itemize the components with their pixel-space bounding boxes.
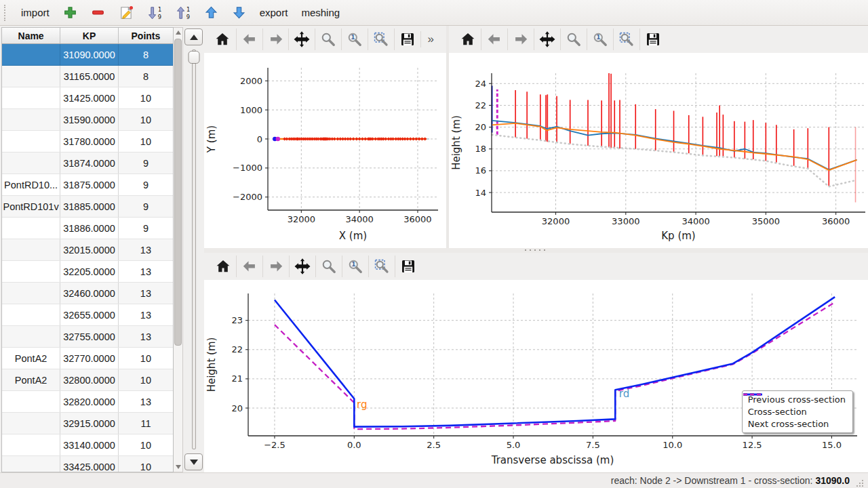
forward-button[interactable] bbox=[507, 28, 534, 50]
cell-name[interactable] bbox=[2, 87, 60, 109]
table-row[interactable]: 33140.000010 bbox=[2, 434, 173, 456]
sort-ascending-button[interactable]: 19 bbox=[170, 3, 197, 23]
pan-button[interactable] bbox=[534, 28, 560, 50]
zoom-select-button[interactable]: 1 bbox=[587, 28, 613, 50]
cell-name[interactable]: PontA2 bbox=[2, 348, 60, 369]
back-button[interactable] bbox=[236, 256, 262, 277]
edit-button[interactable] bbox=[113, 3, 140, 23]
zoom-button[interactable] bbox=[560, 28, 587, 50]
cell-points[interactable]: 10 bbox=[118, 456, 173, 473]
scrollbar-up-icon[interactable] bbox=[176, 30, 181, 35]
scrollbar-down-icon[interactable] bbox=[176, 465, 181, 469]
section-up-button[interactable] bbox=[184, 28, 203, 45]
cell-name[interactable] bbox=[2, 391, 60, 413]
slider-thumb[interactable] bbox=[188, 51, 199, 64]
cell-name[interactable] bbox=[2, 66, 60, 87]
resize-grip-icon[interactable] bbox=[855, 479, 864, 487]
back-button[interactable] bbox=[481, 28, 507, 50]
table-row[interactable]: 32655.000013 bbox=[2, 304, 173, 326]
cell-kp[interactable]: 31875.0000 bbox=[60, 174, 119, 196]
table-scrollbar[interactable] bbox=[174, 27, 183, 472]
cell-kp[interactable]: 32205.0000 bbox=[60, 261, 119, 283]
cell-name[interactable] bbox=[2, 434, 60, 456]
export-button[interactable]: export bbox=[254, 3, 294, 23]
home-button[interactable] bbox=[210, 28, 236, 50]
cell-points[interactable]: 13 bbox=[118, 304, 173, 326]
cross-section-table[interactable]: Name KP Points 31090.0000831165.00008314… bbox=[2, 28, 173, 472]
table-row[interactable]: 32915.000011 bbox=[2, 413, 173, 434]
table-row[interactable]: 32820.000013 bbox=[2, 391, 173, 413]
toolbar-drag-handle[interactable] bbox=[4, 5, 9, 21]
cell-points[interactable]: 9 bbox=[118, 196, 173, 218]
table-row[interactable]: 31165.00008 bbox=[2, 66, 173, 87]
cell-name[interactable] bbox=[2, 152, 60, 174]
cell-points[interactable]: 9 bbox=[118, 152, 173, 174]
table-row[interactable]: 31780.000010 bbox=[2, 131, 173, 152]
cell-name[interactable] bbox=[2, 304, 60, 326]
table-row[interactable]: 31874.00009 bbox=[2, 152, 173, 174]
cell-points[interactable]: 9 bbox=[118, 174, 173, 196]
zoom-select-button[interactable]: 1 bbox=[342, 256, 368, 277]
cell-name[interactable] bbox=[2, 413, 60, 434]
cell-name[interactable]: PontRD101v bbox=[2, 196, 60, 218]
cell-points[interactable]: 13 bbox=[118, 391, 173, 413]
zoom-rect-button[interactable] bbox=[613, 28, 639, 50]
table-row[interactable]: 31090.00008 bbox=[2, 44, 173, 66]
cell-kp[interactable]: 32770.0000 bbox=[60, 348, 119, 369]
home-button[interactable] bbox=[454, 28, 481, 50]
move-up-button[interactable] bbox=[198, 3, 224, 23]
save-button[interactable] bbox=[394, 28, 420, 50]
cell-kp[interactable]: 31590.0000 bbox=[60, 109, 119, 131]
cell-points[interactable]: 10 bbox=[118, 434, 173, 456]
section-slider[interactable] bbox=[183, 48, 204, 451]
cell-points[interactable]: 10 bbox=[118, 109, 173, 131]
zoom-rect-button[interactable] bbox=[368, 28, 394, 50]
cell-points[interactable]: 9 bbox=[118, 218, 173, 239]
cell-kp[interactable]: 33140.0000 bbox=[60, 434, 119, 456]
save-button[interactable] bbox=[395, 256, 421, 277]
cell-name[interactable] bbox=[2, 283, 60, 304]
zoom-button[interactable] bbox=[315, 256, 342, 277]
cell-name[interactable] bbox=[2, 239, 60, 261]
zoom-rect-button[interactable] bbox=[368, 256, 395, 277]
cell-points[interactable]: 11 bbox=[118, 413, 173, 434]
cell-kp[interactable]: 31425.0000 bbox=[60, 87, 119, 109]
table-row[interactable]: 31590.000010 bbox=[2, 109, 173, 131]
longitudinal-profile-canvas[interactable]: 3200033000340003500036000141618202224Kp … bbox=[449, 53, 868, 248]
cell-kp[interactable]: 33425.0000 bbox=[60, 456, 119, 473]
remove-cross-section-button[interactable] bbox=[85, 3, 111, 23]
cell-name[interactable]: PontRD10... bbox=[2, 174, 60, 196]
cell-kp[interactable]: 31885.0000 bbox=[60, 196, 119, 218]
table-row[interactable]: 31425.000010 bbox=[2, 87, 173, 109]
longitudinal-profile-chart[interactable]: 3200033000340003500036000141618202224Kp … bbox=[449, 53, 868, 248]
cell-name[interactable] bbox=[2, 218, 60, 239]
zoom-select-button[interactable]: 1 bbox=[341, 28, 368, 50]
table-row[interactable]: 32755.000013 bbox=[2, 326, 173, 348]
column-header-name[interactable]: Name bbox=[2, 28, 60, 44]
cell-kp[interactable]: 31886.0000 bbox=[60, 218, 119, 239]
cell-kp[interactable]: 32015.0000 bbox=[60, 239, 119, 261]
scrollbar-thumb[interactable] bbox=[174, 39, 182, 346]
cell-points[interactable]: 10 bbox=[118, 369, 173, 391]
column-header-kp[interactable]: KP bbox=[60, 28, 119, 44]
pan-button[interactable] bbox=[289, 256, 315, 277]
cell-name[interactable]: PontA2 bbox=[2, 369, 60, 391]
cell-points[interactable]: 13 bbox=[118, 239, 173, 261]
cell-points[interactable]: 10 bbox=[118, 87, 173, 109]
sort-descending-button[interactable]: 19 bbox=[141, 3, 168, 23]
add-cross-section-button[interactable] bbox=[57, 3, 83, 23]
table-row[interactable]: 32205.000013 bbox=[2, 261, 173, 283]
back-button[interactable] bbox=[236, 28, 262, 50]
table-row[interactable]: PontRD10...31875.00009 bbox=[2, 174, 173, 196]
cell-kp[interactable]: 32655.0000 bbox=[60, 304, 119, 326]
cell-kp[interactable]: 31090.0000 bbox=[60, 44, 119, 66]
cell-kp[interactable]: 32460.0000 bbox=[60, 283, 119, 304]
pan-button[interactable] bbox=[288, 28, 315, 50]
table-row[interactable]: 33425.000010 bbox=[2, 456, 173, 473]
cross-section-canvas[interactable]: rgrd−2.50.02.55.07.510.012.515.020212223… bbox=[204, 280, 868, 472]
cell-name[interactable] bbox=[2, 456, 60, 473]
table-row[interactable]: 32460.000013 bbox=[2, 283, 173, 304]
cell-points[interactable]: 8 bbox=[118, 44, 173, 66]
cell-points[interactable]: 10 bbox=[118, 131, 173, 152]
move-down-button[interactable] bbox=[226, 3, 252, 23]
